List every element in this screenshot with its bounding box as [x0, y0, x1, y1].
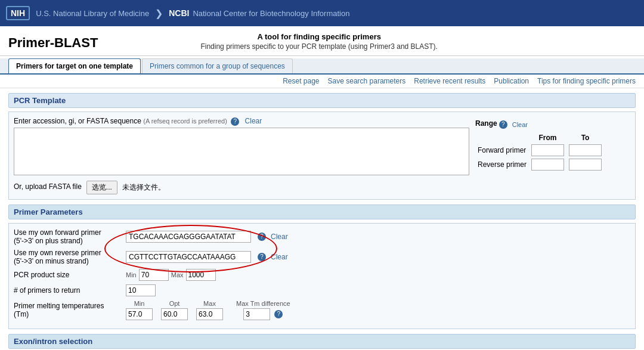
page-header: Primer-BLAST A tool for finding specific… — [0, 26, 644, 56]
upload-button[interactable]: 选览... — [86, 181, 117, 194]
reverse-primer-from[interactable] — [531, 159, 564, 171]
num-primers-row: # of primers to return — [14, 284, 630, 296]
reverse-primer-input[interactable] — [126, 251, 251, 263]
num-primers-label: # of primers to return — [14, 286, 121, 295]
tab-one-template[interactable]: Primers for target on one template — [8, 58, 141, 73]
melt-diff-label: Max Tm difference — [236, 300, 290, 307]
top-navigation: NIH U.S. National Library of Medicine ❯ … — [0, 0, 644, 26]
product-size-label: PCR product size — [14, 271, 121, 279]
range-from-header: From — [529, 132, 566, 143]
upload-label: Or, upload FASTA file — [14, 182, 82, 191]
retrieve-results-link[interactable]: Retrieve recent results — [414, 77, 485, 85]
melt-opt-input[interactable] — [161, 308, 188, 320]
melt-opt-label: Opt — [169, 300, 180, 307]
range-clear-link[interactable]: Clear — [512, 121, 528, 128]
sequence-input[interactable] — [14, 128, 469, 175]
reverse-primer-help-icon[interactable]: ? — [258, 253, 266, 261]
primer-params-header: Primer Parameters — [8, 205, 636, 219]
range-help-icon[interactable]: ? — [499, 120, 507, 129]
melt-temps-row: Primer melting temperatures (Tm) Min Opt… — [14, 300, 630, 320]
page-subtitle: A tool for finding specific primers — [200, 32, 437, 41]
save-params-link[interactable]: Save search parameters — [328, 77, 406, 85]
forward-primer-label: Forward primer — [475, 143, 529, 157]
upload-filename: 未选择文件。 — [122, 182, 165, 193]
page-title: Primer-BLAST — [8, 35, 98, 51]
nav-separator: ❯ — [155, 8, 163, 19]
ncbi-label: NCBI — [169, 8, 189, 18]
page-desc: Finding primers specific to your PCR tem… — [200, 42, 437, 51]
forward-primer-help-icon[interactable]: ? — [258, 233, 266, 241]
forward-primer-row: Use my own forward primer (5'->3' on plu… — [14, 228, 630, 245]
melt-diff-input[interactable] — [243, 308, 270, 320]
range-title: Range — [475, 119, 497, 128]
tips-link[interactable]: Tips for finding specific primers — [537, 77, 636, 85]
forward-primer-from[interactable] — [531, 144, 564, 156]
nlm-label: U.S. National Library of Medicine — [36, 9, 149, 18]
forward-primer-clear-link[interactable]: Clear — [271, 233, 288, 241]
ncbi-description: National Center for Biotechnology Inform… — [193, 9, 349, 18]
range-table: From To Forward primer Reverse p — [475, 132, 604, 172]
pcr-template-header: PCR Template — [8, 93, 636, 108]
melt-max-input[interactable] — [196, 308, 223, 320]
melt-diff-help-icon[interactable]: ? — [274, 310, 283, 318]
primer-params-section: Use my own forward primer (5'->3' on plu… — [8, 223, 636, 329]
product-size-max-input[interactable] — [186, 269, 216, 281]
sequence-clear-link[interactable]: Clear — [245, 117, 262, 125]
exon-intron-header: Exon/intron selection — [8, 334, 636, 349]
reverse-primer-label: Reverse primer — [475, 157, 529, 172]
melt-min-input[interactable] — [126, 308, 153, 320]
tab-group-sequences[interactable]: Primers common for a group of sequences — [142, 58, 293, 73]
reverse-primer-to[interactable] — [569, 159, 602, 171]
publication-link[interactable]: Publication — [494, 77, 529, 85]
max-label: Max — [171, 271, 184, 278]
reverse-primer-clear-link[interactable]: Clear — [271, 253, 288, 261]
tabs-row: Primers for target on one template Prime… — [0, 58, 644, 75]
reset-page-link[interactable]: Reset page — [283, 77, 319, 85]
reverse-primer-row: Use my own reverse primer (5'->3' on min… — [14, 249, 630, 265]
forward-primer-input[interactable] — [126, 231, 251, 243]
product-size-row: PCR product size Min Max — [14, 269, 630, 281]
main-content: PCR Template Enter accession, gi, or FAS… — [0, 93, 644, 350]
sequence-help-icon[interactable]: ? — [231, 117, 239, 126]
melt-min-label: Min — [134, 300, 145, 307]
nih-logo: NIH — [6, 6, 30, 20]
melt-max-label: Max — [203, 300, 216, 307]
sequence-field-label: Enter accession, gi, or FASTA sequence (… — [14, 117, 469, 126]
action-links-bar: Reset page Save search parameters Retrie… — [0, 75, 644, 88]
pcr-template-section: Enter accession, gi, or FASTA sequence (… — [8, 111, 636, 200]
num-primers-input[interactable] — [126, 284, 156, 296]
range-to-header: To — [566, 132, 604, 143]
forward-primer-to[interactable] — [569, 144, 602, 156]
min-label: Min — [126, 271, 137, 278]
melt-temps-label: Primer melting temperatures (Tm) — [14, 302, 121, 318]
product-size-min-input[interactable] — [139, 269, 169, 281]
